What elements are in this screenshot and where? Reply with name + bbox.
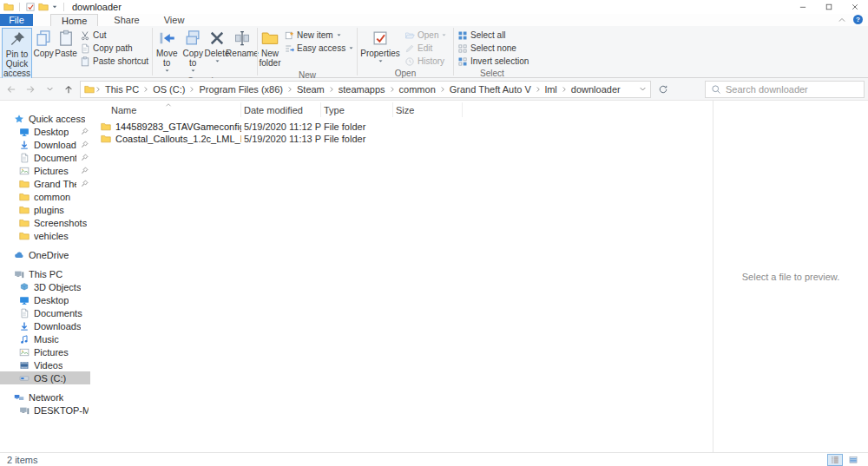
chevron-right-icon [389, 86, 396, 93]
minimize-button[interactable] [790, 0, 816, 14]
paste-button[interactable]: Paste [55, 28, 77, 60]
breadcrumb-item[interactable]: Grand Theft Auto V [446, 84, 535, 95]
move-to-button[interactable]: Move to [154, 28, 180, 75]
back-button[interactable] [3, 82, 19, 97]
copy-button[interactable]: Copy [32, 28, 55, 60]
sidebar-item-onedrive[interactable]: OneDrive [0, 248, 90, 261]
breadcrumb-item[interactable]: This PC [102, 84, 142, 95]
sidebar-item-videos[interactable]: Videos [0, 358, 90, 371]
tab-view[interactable]: View [154, 14, 195, 26]
folder-icon [101, 134, 111, 144]
invert-selection-button[interactable]: Invert selection [455, 55, 531, 68]
divider [63, 3, 64, 11]
sidebar-item-common[interactable]: common [0, 190, 90, 203]
copy-to-button[interactable]: Copy to [180, 28, 206, 75]
copy-icon [35, 30, 52, 47]
sidebar-item-pictures-quick[interactable]: Pictures [0, 164, 90, 177]
navigation-pane: Quick access Desktop Downloads Documents… [0, 101, 90, 452]
recent-locations-caret-icon[interactable] [42, 82, 57, 97]
sidebar-item-screenshots[interactable]: Screenshots [0, 216, 90, 229]
column-header-date-modified[interactable]: Date modified [241, 102, 321, 117]
paste-shortcut-icon [80, 56, 90, 67]
sidebar-item-pictures[interactable]: Pictures [0, 345, 90, 358]
properties-button[interactable]: Properties [358, 28, 402, 66]
sidebar-item-documents-quick[interactable]: Documents [0, 151, 90, 164]
divider [257, 28, 258, 75]
sidebar-item-grand-theft-auto[interactable]: Grand Theft Auto [0, 177, 90, 190]
help-icon[interactable]: ? [853, 15, 863, 24]
paste-icon [57, 30, 75, 47]
breadcrumb-item[interactable]: downloader [568, 84, 624, 95]
address-bar: This PC OS (C:) Program Files (x86) Stea… [0, 78, 868, 101]
sidebar-item-desktop-quick[interactable]: Desktop [0, 125, 90, 138]
document-icon [19, 308, 30, 318]
sidebar-item-plugins[interactable]: plugins [0, 203, 90, 216]
invert-selection-icon [457, 56, 468, 67]
new-folder-button[interactable]: New folder [259, 28, 281, 69]
sidebar-item-music[interactable]: Music [0, 332, 90, 345]
column-header-size[interactable]: Size [393, 102, 463, 117]
select-all-button[interactable]: Select all [455, 29, 531, 42]
drive-icon [19, 373, 30, 384]
maximize-button[interactable] [816, 0, 842, 14]
search-input[interactable] [726, 84, 858, 95]
sidebar-item-downloads-quick[interactable]: Downloads [0, 138, 90, 151]
tab-file[interactable]: File [0, 14, 33, 26]
details-view-button[interactable] [827, 454, 843, 466]
refresh-icon[interactable] [654, 81, 672, 98]
address-dropdown-caret-icon[interactable] [639, 85, 647, 93]
breadcrumb-item[interactable]: common [396, 84, 439, 95]
forward-button[interactable] [23, 82, 38, 97]
pin-to-quick-access-button[interactable]: Pin to Quick access [2, 28, 32, 81]
file-row[interactable]: Coastal_Callouts_1.2c_LML_PACKAGE 5/19/2… [95, 133, 713, 145]
breadcrumb-item[interactable]: OS (C:) [149, 84, 188, 95]
thumbnails-view-button[interactable] [845, 454, 861, 466]
qat-properties-icon[interactable] [25, 2, 36, 12]
file-row[interactable]: 144589283_GTAVGameconfigLMLv1868_c 5/19/… [95, 121, 713, 133]
tab-home[interactable]: Home [50, 14, 98, 26]
sidebar-item-3d-objects[interactable]: 3D Objects [0, 280, 90, 293]
collapse-ribbon-icon[interactable] [838, 16, 846, 24]
sidebar-item-documents[interactable]: Documents [0, 306, 90, 319]
breadcrumb-item[interactable]: lml [542, 84, 561, 95]
rename-button[interactable]: Rename [228, 28, 256, 60]
sidebar-item-vehicles[interactable]: vehicles [0, 229, 90, 242]
new-item-button[interactable]: New item [281, 29, 357, 42]
sidebar-item-this-pc[interactable]: This PC [0, 267, 90, 280]
column-header-type[interactable]: Type [321, 102, 393, 117]
qat-new-folder-icon[interactable] [38, 2, 49, 12]
folder-icon [19, 192, 30, 202]
select-none-icon [457, 43, 468, 54]
close-button[interactable] [842, 0, 868, 14]
breadcrumb-item[interactable]: steamapps [335, 84, 389, 95]
folder-icon [19, 205, 30, 215]
cut-button[interactable]: Cut [77, 29, 151, 42]
file-list: Name Date modified Type Size 144589283_G… [90, 101, 713, 452]
chevron-right-icon [328, 86, 335, 93]
sidebar-item-os-c[interactable]: OS (C:) [0, 371, 90, 384]
dropdown-caret-icon [214, 58, 220, 64]
breadcrumb-item[interactable]: Program Files (x86) [195, 84, 286, 95]
search-box[interactable] [705, 81, 865, 98]
qat-dropdown-caret-icon[interactable] [51, 3, 58, 10]
select-none-button[interactable]: Select none [455, 42, 531, 55]
paste-shortcut-button[interactable]: Paste shortcut [77, 55, 151, 68]
breadcrumb[interactable]: This PC OS (C:) Program Files (x86) Stea… [80, 81, 651, 98]
breadcrumb-item[interactable]: Steam [293, 84, 328, 95]
delete-button[interactable]: Delete [206, 28, 228, 66]
sidebar-item-quick-access[interactable]: Quick access [0, 112, 90, 125]
sidebar-item-desktop[interactable]: Desktop [0, 293, 90, 306]
column-header-name[interactable]: Name [95, 102, 241, 117]
easy-access-button[interactable]: Easy access [281, 42, 357, 55]
up-button[interactable] [61, 82, 76, 97]
copy-path-button[interactable]: Copy path [77, 42, 151, 55]
tab-share[interactable]: Share [103, 14, 149, 26]
chevron-right-icon [142, 86, 149, 93]
chevron-right-icon [535, 86, 542, 93]
sidebar-item-network[interactable]: Network [0, 391, 90, 404]
file-type: File folder [321, 121, 393, 132]
sidebar-item-desktop-musiice[interactable]: DESKTOP-MUSIICE [0, 404, 90, 417]
document-icon [19, 153, 30, 163]
sidebar-item-downloads[interactable]: Downloads [0, 319, 90, 332]
file-date-modified: 5/19/2020 11:12 PM [241, 121, 321, 132]
